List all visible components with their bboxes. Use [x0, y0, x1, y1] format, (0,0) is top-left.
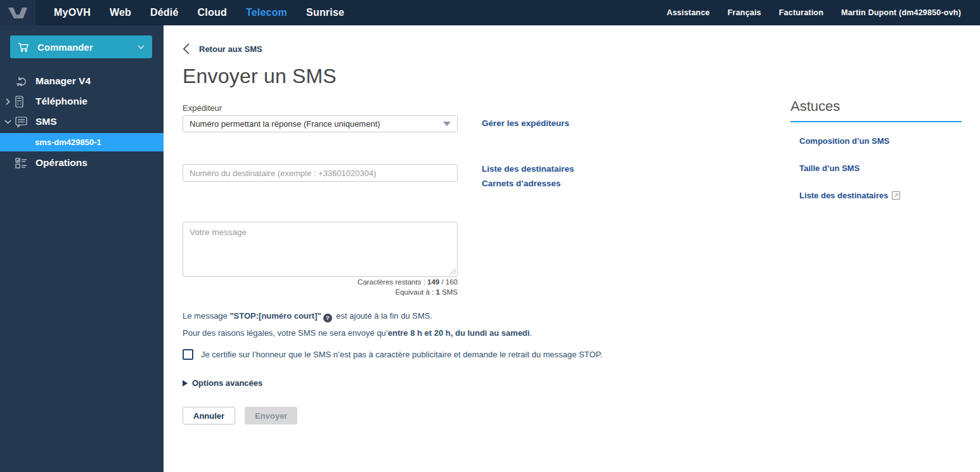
- main-content: Retour aux SMS Envoyer un SMS Expéditeur…: [164, 25, 980, 472]
- cancel-button[interactable]: Annuler: [183, 407, 235, 424]
- sidebar-item-operations[interactable]: Opérations: [0, 153, 164, 173]
- nav-telecom-active[interactable]: Telecom: [236, 7, 297, 18]
- nav-sunrise[interactable]: Sunrise: [297, 7, 354, 18]
- triangle-right-icon: [183, 380, 188, 386]
- manager-v4-icon: V4: [15, 75, 34, 87]
- phone-icon: [15, 96, 34, 108]
- form-actions: Annuler Envoyer: [183, 407, 980, 424]
- chevron-down-icon: [138, 45, 145, 49]
- sender-selected-value: Numéro permettant la réponse (France uni…: [190, 119, 380, 129]
- sidebar-item-telephonie[interactable]: Téléphonie: [0, 91, 164, 112]
- nav-facturation[interactable]: Facturation: [770, 8, 832, 17]
- advanced-options-toggle[interactable]: Options avancées: [183, 378, 262, 388]
- top-navbar: MyOVH Web Dédié Cloud Telecom Sunrise As…: [0, 0, 980, 25]
- sidebar-item-label: sms-dm429850-1: [35, 137, 101, 147]
- operations-checklist-icon: [15, 158, 34, 169]
- ovh-logo-icon: [7, 6, 29, 20]
- chevron-down-icon: [0, 120, 15, 124]
- message-textarea[interactable]: [183, 222, 458, 277]
- tips-title: Astuces: [790, 98, 962, 122]
- nav-myovh[interactable]: MyOVH: [44, 7, 100, 18]
- back-to-sms-link[interactable]: Retour aux SMS: [183, 43, 262, 54]
- sidebar-item-sms-service-active[interactable]: sms-dm429850-1: [0, 133, 164, 151]
- sidebar-item-label: Téléphonie: [35, 96, 87, 107]
- back-arrow-icon: [183, 43, 190, 54]
- tip-sms-composition-link[interactable]: Composition d’un SMS: [790, 136, 962, 146]
- help-icon[interactable]: ?: [323, 314, 332, 322]
- tips-panel: Astuces Composition d’un SMS Taille d’un…: [790, 98, 962, 200]
- legal-hours-notice: Pour des raisons légales, votre SMS ne s…: [183, 328, 980, 338]
- characters-remaining: Caractères restants : 149 / 160: [183, 277, 458, 287]
- tip-sms-size-link[interactable]: Taille d’un SMS: [790, 163, 962, 173]
- dropdown-arrow-icon: [443, 122, 451, 126]
- sidebar-nav: V4 Manager V4 Téléphonie: [0, 71, 164, 173]
- advanced-options-label: Options avancées: [192, 378, 262, 388]
- account-nav: Assistance Français Facturation Martin D…: [658, 8, 980, 17]
- sms-equivalent: Équivaut à : 1 SMS: [183, 288, 458, 297]
- certify-row: Je certifie sur l’honneur que le SMS n’e…: [183, 349, 980, 360]
- address-books-link[interactable]: Carnets d’adresses: [482, 179, 574, 188]
- ovh-logo[interactable]: [0, 0, 35, 25]
- cart-icon: [18, 42, 30, 53]
- sidebar-item-sms[interactable]: SMS: [0, 112, 164, 132]
- manage-senders-link[interactable]: Gérer les expéditeurs: [482, 118, 569, 128]
- send-button[interactable]: Envoyer: [245, 407, 297, 424]
- chevron-right-icon: [0, 98, 15, 105]
- nav-web[interactable]: Web: [100, 7, 141, 18]
- nav-dedie[interactable]: Dédié: [141, 7, 188, 18]
- recipient-input[interactable]: [183, 164, 458, 182]
- sender-select[interactable]: Numéro permettant la réponse (France uni…: [183, 115, 458, 132]
- sender-label: Expéditeur: [183, 103, 458, 113]
- page-title: Envoyer un SMS: [183, 65, 980, 88]
- sidebar-item-manager-v4[interactable]: V4 Manager V4: [0, 71, 164, 91]
- sidebar: Commander V4 Manager V4: [0, 25, 164, 472]
- back-link-label: Retour aux SMS: [199, 44, 262, 54]
- sidebar-item-label: Manager V4: [35, 75, 91, 87]
- external-link-icon: [892, 191, 900, 200]
- nav-language[interactable]: Français: [719, 8, 770, 17]
- nav-user-account[interactable]: Martin Dupont (dm429850-ovh): [832, 8, 970, 17]
- sidebar-item-label: Opérations: [35, 157, 87, 169]
- commander-label: Commander: [37, 42, 93, 53]
- universe-nav: MyOVH Web Dédié Cloud Telecom Sunrise: [44, 7, 354, 18]
- nav-cloud[interactable]: Cloud: [188, 7, 236, 18]
- commander-button[interactable]: Commander: [10, 35, 152, 58]
- nav-assistance[interactable]: Assistance: [658, 8, 719, 17]
- recipients-list-link[interactable]: Liste des destinataires: [482, 164, 574, 174]
- sms-bubble-icon: [15, 117, 34, 127]
- tip-recipients-list-link[interactable]: Liste des destinataires: [790, 191, 962, 200]
- message-row: Caractères restants : 149 / 160 Équivaut…: [183, 222, 980, 297]
- certify-label: Je certifie sur l’honneur que le SMS n’e…: [201, 350, 602, 359]
- legal-stop-notice: Le message "STOP:[numéro court]"? est aj…: [183, 311, 980, 322]
- svg-text:V4: V4: [16, 82, 22, 87]
- certify-checkbox[interactable]: [183, 349, 193, 360]
- sidebar-item-label: SMS: [35, 116, 57, 127]
